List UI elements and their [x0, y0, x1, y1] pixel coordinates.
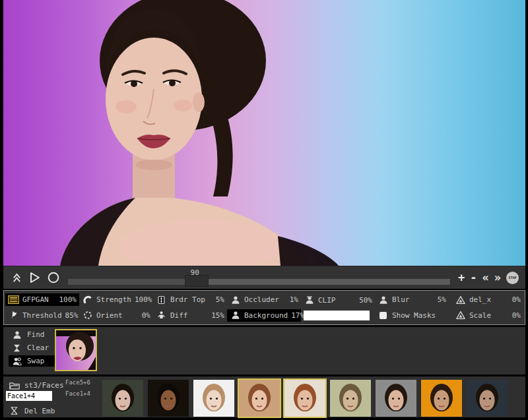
clear-button[interactable]: Clear: [9, 342, 55, 353]
figure-icon: [156, 310, 167, 320]
face-thumbnail-man-long-dark-hair[interactable]: [147, 378, 190, 418]
face-thumbnail-woman-redhead-light-bg[interactable]: [283, 378, 327, 418]
setting-del-x[interactable]: del_x 0%: [452, 293, 523, 306]
setting-gfpgan[interactable]: GFPGAN 100%: [5, 293, 79, 306]
frame-plus-button[interactable]: +: [458, 271, 465, 284]
swap-faces-icon: [11, 356, 22, 367]
setting-strength[interactable]: Strength 100%: [79, 293, 153, 306]
crossed-hourglass-icon: [9, 405, 20, 416]
face-thumbnail-woman-freckles-green-bg[interactable]: [329, 378, 372, 418]
settings-toolbar: GFPGAN 100% Threshold 85% Strength 100%: [3, 290, 525, 325]
del-emb-button[interactable]: Del Emb: [9, 405, 55, 416]
setting-show-masks[interactable]: Show Masks: [375, 309, 449, 322]
timeline-track-remaining[interactable]: [194, 279, 450, 285]
skip-forward-button[interactable]: »: [494, 271, 501, 284]
face-thumbnail-woman-orange-bg[interactable]: [420, 378, 463, 418]
embedding-label-1[interactable]: Face5+6: [65, 379, 90, 386]
setting-threshold[interactable]: Threshold 85%: [5, 309, 79, 322]
timeline-bar: 90 + - « » STOP: [3, 266, 525, 289]
person-bust-icon: [378, 295, 389, 305]
face-thumbnail-bearded-man-navy-bg[interactable]: [465, 378, 509, 418]
faces-folder-label: st3/Faces: [24, 381, 64, 390]
setting-clip[interactable]: CLIP 50%: [301, 294, 375, 307]
swoosh-icon: [82, 295, 93, 305]
faces-folder-button[interactable]: st3/Faces: [9, 380, 64, 390]
frame-minus-button[interactable]: -: [470, 271, 477, 284]
face-thumbnail-woman-dark-hair-gray-bg[interactable]: [374, 378, 418, 418]
setting-scale[interactable]: Scale 0%: [452, 309, 523, 322]
embedding-label-2[interactable]: Face1+4: [65, 390, 90, 397]
video-preview: [3, 0, 525, 266]
show-masks-checkbox[interactable]: [380, 312, 387, 319]
setting-background[interactable]: Background 17%: [227, 309, 301, 322]
setting-blur[interactable]: Blur 5%: [375, 293, 449, 306]
person-bust-icon: [230, 310, 241, 320]
target-face-thumbnail[interactable]: [55, 329, 97, 371]
folder-icon: [9, 380, 20, 390]
person-bust-icon: [11, 330, 22, 340]
warning-triangle-icon: [455, 310, 466, 320]
record-button[interactable]: [47, 271, 60, 284]
play-button[interactable]: [28, 271, 42, 284]
app-window: 90 + - « » STOP GFPGAN 100% Threshold 85…: [3, 0, 525, 417]
warning-triangle-icon: [455, 295, 466, 305]
embedding-name-input[interactable]: [6, 391, 52, 401]
clip-text-input[interactable]: [304, 311, 370, 320]
face-target-panel: Find Clear Swap: [3, 327, 525, 375]
gfpgan-badge-icon: [8, 295, 19, 305]
setting-diff[interactable]: Diff 15%: [153, 309, 227, 322]
face-thumbnail-woman-auburn-tan-bg[interactable]: [238, 378, 281, 418]
face-thumbnail-row: [101, 378, 509, 418]
preview-image: [3, 0, 525, 266]
dotted-circle-icon: [82, 310, 93, 320]
faces-library-panel: st3/Faces Del Emb Face5+6 Face1+4: [3, 376, 525, 417]
border-top-icon: [156, 295, 167, 305]
frame-number: 90: [191, 268, 199, 277]
double-chevron-up-icon[interactable]: [10, 271, 23, 284]
setting-orient[interactable]: Orient 0%: [79, 309, 153, 322]
stop-button[interactable]: STOP: [506, 272, 519, 284]
hourglass-icon: [11, 343, 22, 353]
timeline-slider[interactable]: 90: [68, 266, 450, 289]
find-button[interactable]: Find: [9, 329, 55, 340]
person-bust-icon: [230, 295, 241, 305]
setting-occluder[interactable]: Occluder 1%: [227, 293, 301, 306]
setting-brdr-top[interactable]: Brdr Top 5%: [153, 293, 227, 306]
swap-button[interactable]: Swap: [9, 355, 55, 367]
face-thumbnail-woman-earrings-dark-bg[interactable]: [101, 378, 145, 418]
face-thumbnail-pale-woman-white-bg[interactable]: [192, 378, 236, 418]
flag-icon: [8, 310, 19, 320]
skip-back-button[interactable]: «: [482, 271, 489, 284]
person-bust-icon: [304, 295, 315, 305]
